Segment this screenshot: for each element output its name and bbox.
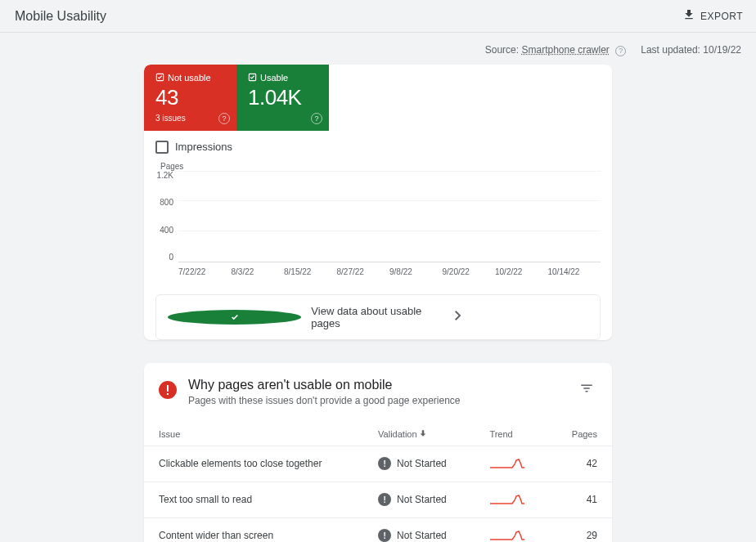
table-row[interactable]: Clickable elements too close together!No… [144, 446, 612, 482]
col-issue[interactable]: Issue [144, 421, 363, 446]
checkbox-checked-icon [155, 73, 164, 83]
svg-rect-3 [167, 393, 169, 395]
col-trend[interactable]: Trend [475, 421, 549, 446]
table-row[interactable]: Content wider than screen!Not Started29 [144, 517, 612, 542]
export-button[interactable]: EXPORT [682, 8, 743, 24]
help-icon[interactable]: ? [311, 113, 322, 124]
kpi-row: Not usable 43 3 issues ? Usable 1.04K ? [144, 65, 612, 131]
filter-button[interactable] [576, 378, 597, 401]
view-usable-pages-link[interactable]: View data about usable pages [155, 294, 601, 340]
col-pages[interactable]: Pages [549, 421, 612, 446]
link-row-label: View data about usable pages [311, 305, 444, 329]
x-tick: 8/27/22 [337, 267, 390, 276]
x-tick: 7/22/22 [178, 267, 232, 276]
summary-card: Not usable 43 3 issues ? Usable 1.04K ? … [144, 65, 612, 340]
x-tick: 10/14/22 [548, 267, 601, 276]
arrow-down-icon [419, 429, 427, 439]
updated-group: Last updated: 10/19/22 [641, 44, 741, 56]
checkbox-checked-icon [248, 73, 257, 83]
x-tick: 10/2/22 [495, 267, 548, 276]
help-icon[interactable]: ? [218, 113, 230, 124]
help-icon[interactable]: ? [615, 46, 626, 56]
status-dot-icon: ! [378, 457, 391, 470]
x-tick: 8/15/22 [284, 267, 337, 276]
issues-header: Why pages aren't usable on mobile Pages … [144, 363, 612, 413]
issue-cell: Clickable elements too close together [144, 446, 363, 482]
issue-cell: Text too small to read [144, 482, 363, 517]
pages-cell: 42 [549, 446, 612, 482]
plot-area [178, 171, 601, 262]
source-group: Source: Smartphone crawler ? [485, 44, 626, 56]
x-tick: 9/8/22 [389, 267, 443, 276]
kpi-not-usable-value: 43 [155, 85, 227, 110]
kpi-usable-value: 1.04K [248, 85, 319, 110]
status-dot-icon: ! [378, 493, 391, 506]
x-axis: 7/22/22 8/3/22 8/15/22 8/27/22 9/8/22 9/… [155, 262, 601, 276]
issues-subtitle: Pages with these issues don't provide a … [188, 395, 461, 406]
trend-cell [475, 517, 549, 542]
y-tick: 400 [155, 226, 173, 235]
pages-cell: 29 [549, 517, 612, 542]
issues-card: Why pages aren't usable on mobile Pages … [144, 363, 612, 543]
table-row[interactable]: Text too small to read!Not Started41 [144, 482, 612, 517]
pages-cell: 41 [549, 482, 612, 517]
kpi-usable-label: Usable [260, 73, 288, 83]
export-label: EXPORT [700, 11, 743, 22]
trend-cell [475, 482, 549, 517]
checkbox-unchecked-icon [155, 141, 169, 154]
download-icon [682, 8, 695, 24]
col-validation[interactable]: Validation [363, 421, 475, 446]
kpi-not-usable[interactable]: Not usable 43 3 issues ? [144, 65, 236, 131]
updated-value: 10/19/22 [703, 44, 741, 56]
y-tick: 1.2K [155, 171, 173, 180]
y-tick: 800 [155, 198, 173, 207]
top-bar: Mobile Usability EXPORT [0, 0, 756, 33]
kpi-usable[interactable]: Usable 1.04K ? [236, 65, 329, 131]
chevron-right-icon [455, 311, 588, 323]
impressions-label: Impressions [175, 141, 232, 153]
chart-y-label: Pages [155, 162, 601, 171]
y-tick: 0 [155, 253, 173, 262]
source-link[interactable]: Smartphone crawler [521, 44, 609, 56]
x-tick: 9/20/22 [443, 267, 496, 276]
source-label: Source: [485, 44, 519, 56]
meta-row: Source: Smartphone crawler ? Last update… [0, 33, 756, 65]
svg-rect-2 [167, 385, 169, 392]
validation-cell: !Not Started [363, 446, 475, 482]
kpi-not-usable-label: Not usable [168, 73, 211, 83]
error-icon [159, 381, 177, 399]
x-tick: 8/3/22 [232, 267, 285, 276]
validation-cell: !Not Started [363, 482, 475, 517]
y-axis: 1.2K 800 400 0 [155, 171, 178, 262]
trend-cell [475, 446, 549, 482]
impressions-toggle[interactable]: Impressions [144, 131, 612, 159]
issue-cell: Content wider than screen [144, 517, 363, 542]
kpi-not-usable-sub: 3 issues [155, 114, 227, 123]
status-dot-icon: ! [378, 529, 391, 542]
issues-table: Issue Validation Trend Pages Clickable e… [144, 421, 612, 543]
check-circle-icon [168, 310, 301, 325]
validation-cell: !Not Started [363, 517, 475, 542]
issues-title: Why pages aren't usable on mobile [188, 378, 461, 392]
updated-label: Last updated: [641, 44, 700, 56]
page-title: Mobile Usability [15, 9, 106, 24]
pages-chart: Pages 1.2K 800 400 0 7/22/22 8/3/22 8/15… [144, 159, 612, 286]
